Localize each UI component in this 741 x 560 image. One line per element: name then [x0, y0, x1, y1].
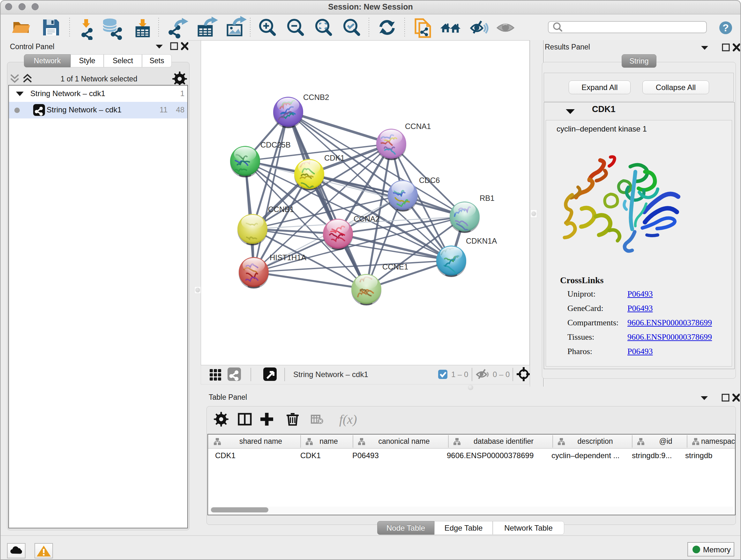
svg-text:RB1: RB1: [480, 194, 495, 202]
svg-text:CCNB1: CCNB1: [268, 205, 294, 213]
svg-text:shared name: shared name: [239, 437, 282, 445]
svg-text:String Network – cdk1: String Network – cdk1: [293, 370, 368, 379]
svg-text:0 – 0: 0 – 0: [493, 370, 510, 379]
svg-text:name: name: [320, 437, 338, 445]
svg-text:CCNB2: CCNB2: [303, 93, 329, 102]
svg-text:CCNA2: CCNA2: [354, 214, 380, 223]
svg-text:1 – 0: 1 – 0: [451, 370, 468, 379]
svg-text:CDKN1A: CDKN1A: [466, 237, 497, 245]
svg-text:f(x): f(x): [339, 412, 357, 427]
svg-text:?: ?: [723, 22, 729, 34]
svg-text:CDC25B: CDC25B: [260, 140, 291, 149]
svg-text:database identifier: database identifier: [474, 437, 534, 445]
svg-text:@id: @id: [659, 437, 672, 445]
svg-text:CDK1: CDK1: [324, 153, 345, 162]
svg-text:canonical name: canonical name: [378, 437, 429, 445]
svg-text:CDC6: CDC6: [419, 176, 440, 185]
svg-text:CCNA1: CCNA1: [405, 122, 431, 131]
svg-text:CCNE1: CCNE1: [382, 262, 408, 271]
svg-text:description: description: [577, 437, 613, 445]
svg-text:namespace: namespace: [701, 437, 735, 445]
svg-text:HIST1H1A: HIST1H1A: [270, 253, 307, 262]
